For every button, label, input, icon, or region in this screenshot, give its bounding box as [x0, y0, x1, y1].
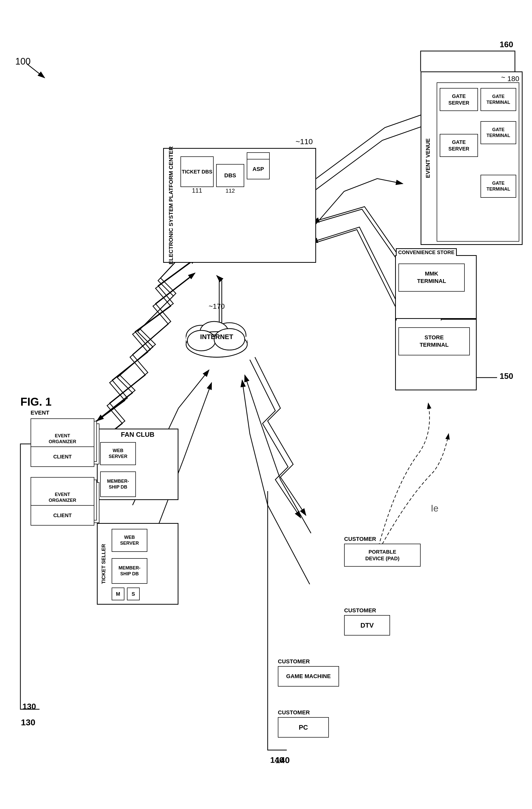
- internet-cloud: INTERNET ~170: [178, 311, 255, 362]
- ts-membership-db: MEMBER-SHIP DB: [119, 565, 140, 576]
- svg-text:160: 160: [500, 40, 513, 49]
- internet-label: INTERNET: [200, 333, 233, 341]
- customer-game-group: CUSTOMER GAME MACHINE: [278, 658, 367, 666]
- event-venue-box: EVENT VENUE 180 ~ GATESERVER GATETERMINA…: [421, 71, 522, 245]
- event-organizer-label1: EVENT: [55, 433, 70, 438]
- mmk-terminal-label: MMKTERMINAL: [417, 271, 446, 284]
- fan-membership-db: MEMBER-SHIP DB: [107, 479, 129, 489]
- figure-label: FIG. 1: [20, 395, 52, 408]
- convenience-store-label: CONVENIENCE STORE: [398, 249, 455, 255]
- svg-line-7: [27, 64, 45, 78]
- fan-club-label: FAN CLUB: [121, 431, 154, 438]
- electronic-system-box: ELECTRONIC SYSTEM PLATFORM CENTER TICKET…: [163, 148, 316, 263]
- ref-130: 130: [21, 718, 35, 727]
- event-venue-label: EVENT VENUE: [425, 138, 431, 178]
- dtv-label: DTV: [360, 621, 374, 629]
- ref-180: 180: [507, 75, 519, 83]
- fan-web-server: WEBSERVER: [109, 448, 127, 459]
- store-terminal-label: STORETERMINAL: [420, 334, 449, 348]
- customer-dtv-group: CUSTOMER DTV: [344, 607, 421, 615]
- gate-server-label2: GATESERVER: [448, 139, 469, 152]
- customer-label-pc: CUSTOMER: [278, 709, 310, 716]
- ref-110: ~110: [296, 137, 313, 146]
- event-organizer-label2: ORGANIZER: [49, 439, 76, 444]
- ticket-dbs-box: TICKET DBS 111: [180, 156, 214, 187]
- esp-label: ELECTRONIC SYSTEM PLATFORM CENTER: [168, 147, 174, 264]
- event-label-top: EVENT: [31, 410, 49, 416]
- customer-label-portable: CUSTOMER: [344, 536, 376, 542]
- client-label: CLIENT: [53, 454, 72, 460]
- customer-pc-group: CUSTOMER PC: [278, 709, 354, 717]
- convenience-store-box: CONVENIENCE STORE MMKTERMINAL: [395, 255, 477, 319]
- ref-170: ~170: [209, 302, 225, 310]
- ticket-store-box: TICKET STORE STORETERMINAL: [395, 319, 477, 390]
- svg-text:130: 130: [22, 702, 36, 711]
- ts-s: S: [131, 591, 135, 597]
- gate-terminal-3: GATETERMINAL: [486, 180, 510, 192]
- game-machine-label: GAME MACHINE: [286, 673, 331, 679]
- ticket-seller-box: TICKET SELLER WEBSERVER MEMBER-SHIP DB M…: [97, 523, 178, 605]
- customer-portable-group: CUSTOMER PORTABLEDEVICE (PAD): [344, 536, 441, 544]
- dbs-box: DBS 112: [216, 164, 244, 187]
- fan-club-box: FAN CLUB WEBSERVER MEMBER-SHIP DB: [97, 429, 178, 500]
- customer-label-game: CUSTOMER: [278, 658, 310, 665]
- client-label2: CLIENT: [53, 513, 72, 518]
- event-organizer-label3: EVENTORGANIZER: [49, 492, 76, 503]
- customer-label-dtv: CUSTOMER: [344, 607, 376, 614]
- asp-box: ASP: [247, 159, 270, 179]
- ref-140: 140: [275, 755, 290, 765]
- gate-server-label: GATESERVER: [448, 93, 469, 106]
- ref-111: 111: [192, 187, 202, 194]
- asp-label: ASP: [252, 166, 264, 172]
- ticket-seller-label: TICKET SELLER: [101, 544, 106, 584]
- dbs-label: DBS: [224, 172, 236, 178]
- diagram-container: 130 140: [0, 0, 532, 809]
- ts-m: M: [116, 591, 120, 597]
- svg-text:150: 150: [500, 372, 513, 381]
- gate-terminal-2: GATETERMINAL: [486, 127, 510, 138]
- pc-label: PC: [299, 724, 308, 731]
- ticket-dbs-label: TICKET DBS: [182, 169, 212, 174]
- gate-terminal-1: GATETERMINAL: [486, 94, 510, 105]
- ts-web-server: WEBSERVER: [120, 535, 139, 546]
- ie-text: Ie: [431, 503, 439, 514]
- portable-device-label: PORTABLEDEVICE (PAD): [365, 549, 400, 561]
- ref-112: 112: [226, 188, 235, 194]
